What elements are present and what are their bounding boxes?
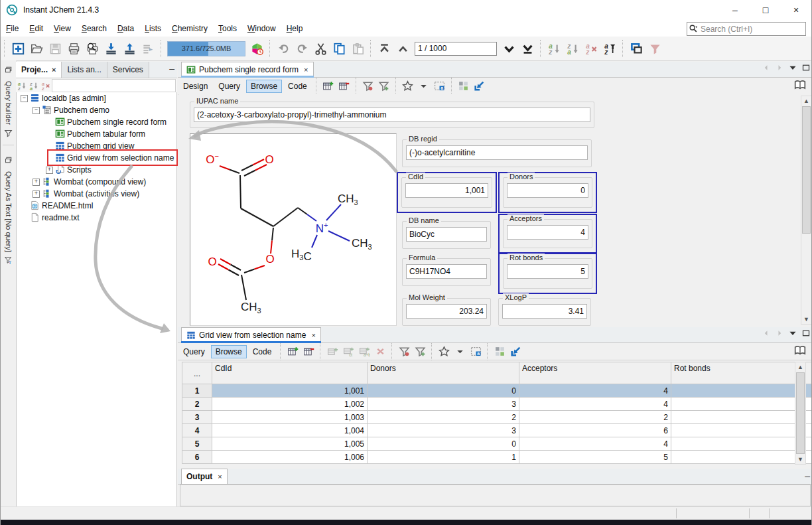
- insert-row-ab-icon[interactable]: a+b: [356, 344, 372, 359]
- last-record-icon[interactable]: [518, 39, 537, 58]
- table-cell[interactable]: 1: [671, 411, 812, 424]
- table-cell[interactable]: 5: [519, 451, 671, 464]
- minimize-button[interactable]: –: [720, 0, 750, 20]
- table-scrollbar[interactable]: ▲ ▼: [795, 362, 806, 465]
- table-cell[interactable]: 1,001: [212, 384, 368, 398]
- close-icon[interactable]: ×: [218, 473, 222, 481]
- delete-row-icon[interactable]: [372, 344, 388, 359]
- widgets-icon[interactable]: [456, 79, 472, 94]
- row-header[interactable]: 6: [182, 451, 212, 464]
- menu-edit[interactable]: Edit: [24, 22, 48, 35]
- new-form-icon[interactable]: [9, 39, 27, 58]
- document-list-icon[interactable]: [789, 64, 797, 72]
- column-header-rot-bonds[interactable]: Rot bonds: [671, 362, 812, 384]
- table-cell[interactable]: 1: [671, 398, 812, 411]
- sync-widgets-icon[interactable]: [793, 344, 807, 358]
- tree-item-grid-view-from-selection-name[interactable]: Grid view from selection name: [17, 152, 176, 164]
- remove-row-icon[interactable]: [301, 344, 316, 359]
- export-icon[interactable]: [120, 39, 139, 58]
- print-preview-icon[interactable]: [83, 39, 102, 58]
- minimize-panel-button[interactable]: –: [805, 471, 810, 481]
- tab-output[interactable]: Output×: [181, 469, 228, 484]
- tree-item-readme-html[interactable]: README.html: [17, 200, 176, 212]
- tree-item-readme-txt[interactable]: readme.txt: [17, 212, 176, 224]
- tree-item-wombat-compound-view-[interactable]: +Wombat (compound view): [17, 176, 176, 188]
- record-position-input[interactable]: 1 / 1000: [415, 42, 497, 56]
- favorites-dropdown-icon[interactable]: [452, 344, 468, 359]
- table-cell[interactable]: 1: [671, 451, 812, 464]
- cut-icon[interactable]: [311, 39, 330, 58]
- donors-input[interactable]: 0: [507, 183, 588, 198]
- table-cell[interactable]: 1,002: [212, 398, 368, 411]
- remove-sort-icon[interactable]: az: [582, 39, 600, 58]
- tree-item-localdb-as-admin-[interactable]: −localdb [as admin]: [17, 92, 176, 104]
- structure-viewer[interactable]: O−OOON+CH3CH3H3CCH3: [190, 133, 397, 326]
- table-cell[interactable]: 6: [519, 424, 671, 437]
- append-filter-icon[interactable]: [412, 344, 428, 359]
- table-cell[interactable]: 0: [368, 437, 519, 451]
- memory-indicator[interactable]: 371.6/725.0MB: [167, 41, 245, 56]
- next-document-icon[interactable]: [776, 64, 783, 72]
- menu-lists[interactable]: Lists: [139, 22, 167, 35]
- tree-item-scripts[interactable]: +Scripts: [17, 164, 176, 176]
- menu-view[interactable]: View: [48, 22, 76, 35]
- table-row[interactable]: 51,005040: [182, 437, 812, 451]
- menu-tools[interactable]: Tools: [213, 22, 242, 35]
- tab-projects[interactable]: Proje...×: [16, 62, 62, 78]
- close-icon[interactable]: ×: [311, 331, 315, 339]
- sort-descending-icon[interactable]: za: [28, 80, 40, 92]
- form-scrollbar[interactable]: ▲ ▼: [801, 96, 812, 325]
- table-cell[interactable]: 2: [519, 411, 671, 424]
- snap-to-grid-icon[interactable]: [508, 344, 523, 359]
- paste-icon[interactable]: [348, 39, 367, 58]
- close-icon[interactable]: ×: [52, 66, 56, 74]
- prev-document-icon[interactable]: [762, 329, 770, 337]
- column-header-acceptors[interactable]: Acceptors: [519, 362, 671, 384]
- collapse-icon[interactable]: −: [33, 107, 40, 114]
- expand-icon[interactable]: +: [46, 167, 53, 174]
- prev-document-icon[interactable]: [762, 64, 770, 72]
- close-button[interactable]: ×: [781, 0, 811, 20]
- table-row[interactable]: 11,001045: [182, 384, 812, 398]
- save-icon[interactable]: [46, 39, 64, 58]
- tree-item-pubchem-single-record-form[interactable]: Pubchem single record form: [17, 116, 176, 128]
- table-row[interactable]: 41,004364: [182, 424, 812, 437]
- insert-row-icon[interactable]: [324, 344, 340, 359]
- filter-current-icon[interactable]: [396, 344, 412, 359]
- row-header[interactable]: 3: [182, 411, 212, 424]
- table-cell[interactable]: 3: [368, 398, 519, 411]
- search-icon[interactable]: [689, 24, 699, 34]
- snap-to-grid-icon[interactable]: [472, 79, 488, 94]
- mode-query[interactable]: Query: [214, 80, 245, 93]
- next-document-icon[interactable]: [776, 329, 783, 337]
- mode-code[interactable]: Code: [248, 345, 277, 358]
- cdid-input[interactable]: 1,001: [405, 183, 488, 198]
- column-header-donors[interactable]: Donors: [368, 362, 519, 384]
- copy-icon[interactable]: [330, 39, 348, 58]
- filter-icon[interactable]: [645, 39, 664, 58]
- share-icon[interactable]: [139, 39, 157, 58]
- mode-code[interactable]: Code: [283, 80, 312, 93]
- tree-item-wombat-activities-view-[interactable]: +Wombat (activities view): [17, 188, 176, 200]
- open-project-icon[interactable]: [27, 39, 46, 58]
- sort-ascending-icon[interactable]: az: [545, 39, 563, 58]
- table-cell[interactable]: 4: [671, 424, 812, 437]
- table-cell[interactable]: 0: [671, 437, 812, 451]
- tab-pubchem-single-record-form[interactable]: Pubchem single record form×: [181, 62, 314, 77]
- formula-input[interactable]: C9H17NO4: [406, 264, 487, 279]
- undo-icon[interactable]: [274, 39, 293, 58]
- sort-ascending-icon[interactable]: az: [16, 80, 28, 92]
- query-builder-tab[interactable]: Query builder: [1, 60, 16, 139]
- table-cell[interactable]: 1: [368, 451, 519, 464]
- print-icon[interactable]: [64, 39, 83, 58]
- db-name-input[interactable]: BioCyc: [406, 227, 487, 242]
- rot-bonds-input[interactable]: 5: [507, 264, 588, 279]
- table-cell[interactable]: 4: [519, 437, 671, 451]
- maximize-panel-icon[interactable]: [802, 329, 810, 337]
- menu-window[interactable]: Window: [242, 22, 281, 35]
- db-regid-input[interactable]: (-)o-acetylcarnitine: [406, 145, 588, 160]
- previous-record-icon[interactable]: [393, 39, 412, 58]
- close-icon[interactable]: ×: [304, 66, 308, 74]
- save-layout-icon[interactable]: a: [432, 79, 448, 94]
- table-row[interactable]: 31,003221: [182, 411, 812, 424]
